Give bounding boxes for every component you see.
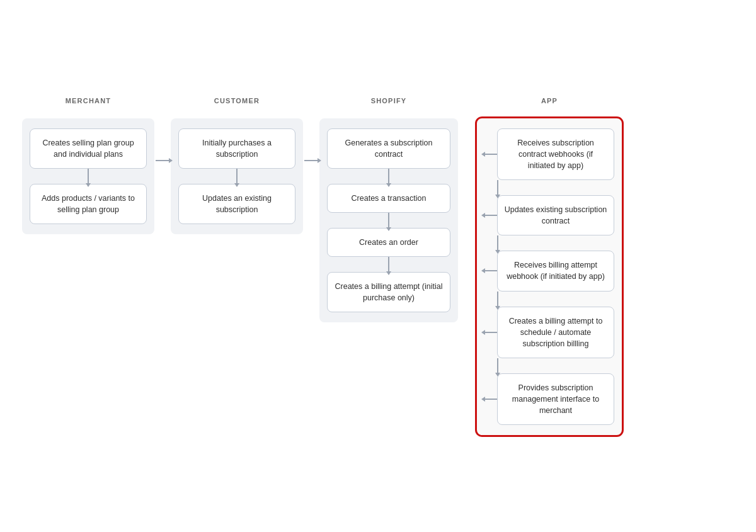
app-node-5: Provides subscription management interfa… xyxy=(497,373,614,425)
column-app: APP Receives subscription contract webho… xyxy=(477,97,622,436)
arrow-to-app-1 xyxy=(484,154,497,155)
app-bg: Receives subscription contract webhooks … xyxy=(477,118,622,436)
gap-merchant-customer xyxy=(154,97,171,161)
app-node-3: Receives billing attempt webhook (if ini… xyxy=(497,251,614,291)
column-shopify: SHOPIFY Generates a subscription contrac… xyxy=(319,97,458,323)
shopify-node-3: Creates an order xyxy=(327,228,450,257)
app-node-1: Receives subscription contract webhooks … xyxy=(497,128,614,180)
customer-node-1: Initially purchases a subscription xyxy=(178,128,295,169)
column-customer: CUSTOMER Initially purchases a subscript… xyxy=(171,97,303,235)
arrow-merchant-down-1 xyxy=(88,169,89,184)
arrow-shopify-down-1 xyxy=(388,169,389,184)
arrow-app-down-3 xyxy=(497,291,498,307)
arrow-app-down-1 xyxy=(497,180,498,195)
shopify-node-1: Generates a subscription contract xyxy=(327,128,450,169)
customer-bg: Initially purchases a subscription Updat… xyxy=(171,118,303,235)
arrow-to-app-4 xyxy=(484,332,497,333)
diagram: MERCHANT Creates selling plan group and … xyxy=(13,81,743,451)
shopify-node-2: Creates a transaction xyxy=(327,184,450,213)
arrow-to-app-3 xyxy=(484,270,497,271)
shopify-node-4: Creates a billing attempt (initial purch… xyxy=(327,272,450,312)
arrow-app-down-4 xyxy=(497,358,498,373)
arrow-customer-down-1 xyxy=(236,169,238,184)
app-header: APP xyxy=(477,97,622,111)
customer-node-2: Updates an existing subscription xyxy=(178,184,295,224)
arrow-to-app-2 xyxy=(484,215,497,216)
arrow-customer-to-shopify-1 xyxy=(304,160,318,161)
arrow-to-app-5 xyxy=(484,399,497,400)
app-node-4: Creates a billing attempt to schedule / … xyxy=(497,307,614,358)
arrow-shopify-down-2 xyxy=(388,213,389,228)
merchant-header: MERCHANT xyxy=(22,97,154,111)
customer-header: CUSTOMER xyxy=(171,97,303,111)
arrow-merchant-to-customer-1 xyxy=(156,160,169,161)
merchant-bg: Creates selling plan group and individua… xyxy=(22,118,154,235)
column-merchant: MERCHANT Creates selling plan group and … xyxy=(22,97,154,235)
shopify-bg: Generates a subscription contract Create… xyxy=(319,118,458,323)
merchant-node-1: Creates selling plan group and individua… xyxy=(30,128,147,169)
merchant-node-2: Adds products / variants to selling plan… xyxy=(30,184,147,224)
arrow-app-down-2 xyxy=(497,235,498,251)
shopify-header: SHOPIFY xyxy=(319,97,458,111)
app-node-2: Updates existing subscription contract xyxy=(497,195,614,235)
arrow-shopify-down-3 xyxy=(388,257,389,272)
gap-customer-shopify xyxy=(303,97,319,161)
